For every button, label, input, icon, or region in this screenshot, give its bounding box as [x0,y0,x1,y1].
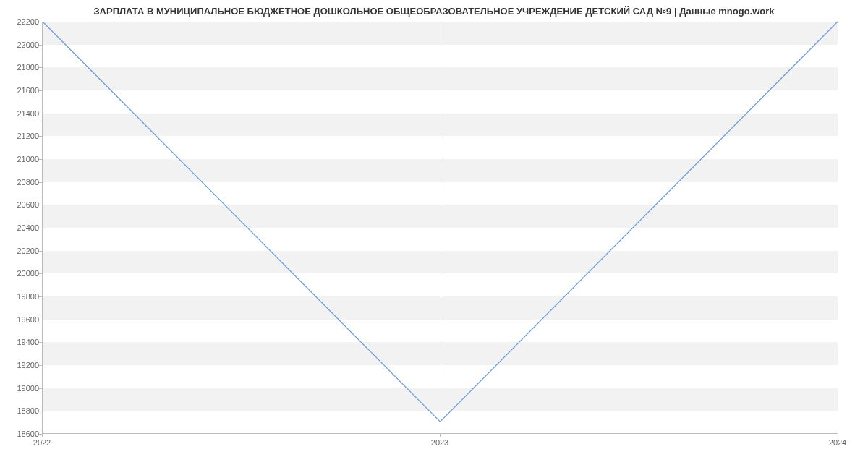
y-tick [39,159,42,160]
y-tick [39,273,42,274]
plot-area [42,22,838,434]
y-tick-label: 21600 [3,86,39,95]
y-tick-label: 21000 [3,155,39,163]
x-tick-label: 2022 [33,438,51,447]
y-tick-label: 21200 [3,132,39,140]
y-tick [39,388,42,389]
y-tick-label: 21800 [3,63,39,72]
y-tick-label: 20800 [3,178,39,187]
series-line [43,22,838,422]
y-tick [39,251,42,252]
y-tick [39,296,42,297]
y-tick-label: 21400 [3,109,39,118]
y-tick-label: 19200 [3,361,39,369]
y-tick-label: 20400 [3,223,39,232]
y-tick [39,342,42,343]
y-tick [39,45,42,46]
y-tick-label: 19800 [3,292,39,301]
y-tick-label: 18600 [3,430,39,438]
x-tick-label: 2023 [431,438,448,447]
y-tick-label: 19600 [3,315,39,324]
chart-title: ЗАРПЛАТА В МУНИЦИПАЛЬНОЕ БЮДЖЕТНОЕ ДОШКО… [0,6,868,17]
y-tick-label: 20600 [3,200,39,209]
y-tick [39,320,42,320]
x-tick [838,434,838,437]
chart-container: ЗАРПЛАТА В МУНИЦИПАЛЬНОЕ БЮДЖЕТНОЕ ДОШКО… [0,0,868,470]
y-tick [39,136,42,137]
y-tick-label: 22200 [3,17,39,26]
y-tick [39,90,42,91]
y-tick-label: 20000 [3,269,39,278]
y-tick-label: 19400 [3,338,39,346]
y-tick [39,228,42,228]
y-tick [39,114,42,114]
y-tick [39,67,42,68]
y-tick-label: 19000 [3,384,39,393]
y-tick-label: 18800 [3,406,39,415]
line-series-svg [43,22,838,433]
y-tick [39,22,42,22]
x-tick-label: 2024 [829,438,846,447]
y-tick [39,365,42,366]
y-tick-label: 20200 [3,247,39,255]
x-tick [42,434,43,437]
y-tick [39,205,42,205]
x-tick [440,434,441,437]
y-tick [39,182,42,183]
y-tick-label: 22000 [3,40,39,49]
y-tick [39,411,42,411]
